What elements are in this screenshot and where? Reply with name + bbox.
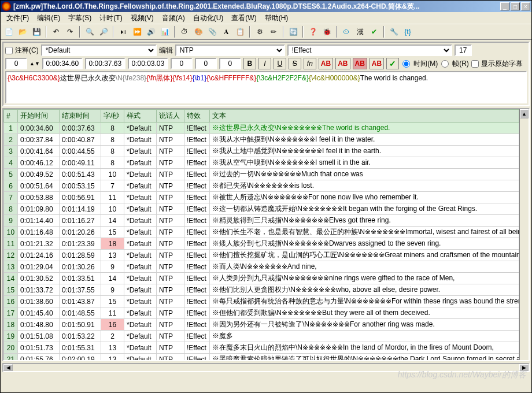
table-row[interactable]: 20:00:37.840:00:40.878*DefaultNTP!Effect… [4,134,519,146]
help-icon[interactable]: ❓ [307,26,319,38]
timer-icon[interactable]: ⏲ [341,26,352,38]
menu-auto[interactable]: 自动化(U) [190,12,227,24]
color1-button[interactable]: AB [319,58,333,69]
menu-file[interactable]: 文件(F) [3,12,32,24]
color3-button[interactable]: AB [353,58,367,69]
jump-icon[interactable]: ⏩ [131,26,143,38]
start-time-input[interactable] [42,58,83,69]
bold-button[interactable]: B [243,58,256,69]
table-row[interactable]: 30:00:41.640:00:44.558*DefaultNTP!Effect… [4,146,519,157]
end-time-input[interactable] [85,58,125,69]
col-style[interactable]: 样式 [124,110,157,123]
cycle-icon[interactable]: 🔄 [287,26,299,38]
maximize-button[interactable]: □ [511,2,520,10]
margin-l-input[interactable] [171,58,193,69]
margin-v-input[interactable] [219,58,241,69]
tag-icon[interactable]: {t} [402,26,413,38]
automation-icon[interactable]: ⚙ [254,26,265,38]
actor-select[interactable]: NTP [175,45,285,56]
new-icon[interactable]: 📄 [3,26,14,38]
table-row[interactable]: 90:01:14.400:01:16.2714*DefaultNTP!Effec… [4,215,519,227]
table-row[interactable]: 40:00:46.120:00:49.118*DefaultNTP!Effect… [4,157,519,169]
col-end[interactable]: 结束时间 [60,110,101,123]
table-row[interactable]: 150:01:33.720:01:37.559*DefaultNTP!Effec… [4,284,519,296]
cell-effect: !Effect [184,354,210,361]
cell-num: 3 [4,146,18,157]
col-text[interactable]: 文本 [210,110,519,123]
table-row[interactable]: 130:01:29.040:01:30.269*DefaultNTP!Effec… [4,261,519,273]
duration-input[interactable] [128,58,168,69]
table-row[interactable]: 180:01:48.800:01:50.9116*DefaultNTP!Effe… [4,319,519,331]
horizontal-scrollbar[interactable]: ◀ ▶ [2,363,530,372]
font-icon[interactable]: 𝐀 [220,26,232,38]
video-icon[interactable]: ⏯ [117,26,129,38]
search-icon[interactable]: 🔍 [84,26,95,38]
menu-subs[interactable]: 字幕(S) [65,12,95,24]
kanji-icon[interactable]: 漢 [354,26,366,38]
italic-button[interactable]: I [258,58,271,69]
table-row[interactable]: 120:01:24.160:01:28.5913*DefaultNTP!Effe… [4,250,519,261]
shift-icon[interactable]: ⏱ [179,26,190,38]
scroll-left-icon[interactable]: ◀ [3,364,13,371]
wrench-icon[interactable]: 🔧 [388,26,400,38]
table-row[interactable]: 80:01:09.800:01:14.1910*DefaultNTP!Effec… [4,203,519,215]
menu-help[interactable]: 帮助(H) [261,12,292,24]
undo-icon[interactable]: ↶ [50,26,62,38]
time-radio[interactable] [402,60,410,68]
table-row[interactable]: 70:00:53.880:00:56.9111*DefaultNTP!Effec… [4,192,519,203]
zoom-icon[interactable]: 🔊 [145,26,157,38]
attach-icon[interactable]: 📎 [206,26,218,38]
commit-button[interactable]: ✓ [386,58,399,69]
effect-select[interactable]: !Effect [287,45,452,56]
table-row[interactable]: 60:00:51.640:00:53.157*DefaultNTP!Effect… [4,180,519,192]
table-row[interactable]: 10:00:34.600:00:37.638*DefaultNTP!Effect… [4,123,519,134]
scroll-up-icon[interactable]: ▲ [520,109,529,118]
col-start[interactable]: 开始时间 [18,110,60,123]
open-icon[interactable]: 📂 [17,26,28,38]
col-cps[interactable]: 字/秒 [101,110,124,123]
menu-video[interactable]: 视频(V) [127,12,157,24]
layer-input[interactable] [5,58,27,69]
font-button[interactable]: fn [304,58,316,69]
style-select[interactable]: *Default [41,45,157,56]
col-effect[interactable]: 特效 [184,110,210,123]
show-orig-checkbox[interactable] [471,60,479,68]
table-row[interactable]: 170:01:45.400:01:48.5511*DefaultNTP!Effe… [4,307,519,319]
save-icon[interactable]: 💾 [31,26,42,38]
comment-checkbox[interactable] [5,47,13,54]
table-row[interactable]: 210:01:55.760:02:00.1913*DefaultNTP!Effe… [4,354,519,361]
table-row[interactable]: 160:01:38.600:01:43.8715*DefaultNTP!Effe… [4,296,519,307]
col-actor[interactable]: 说话人 [157,110,184,123]
table-row[interactable]: 50:00:49.520:00:51.4310*DefaultNTP!Effec… [4,169,519,180]
style-icon[interactable]: 🎨 [193,26,204,38]
menu-view[interactable]: 查看(W) [228,12,260,24]
margin-r-input[interactable] [195,58,217,69]
col-num[interactable]: # [4,110,18,123]
cell-cps: 9 [101,261,124,273]
underline-button[interactable]: U [274,58,286,69]
assdraw-icon[interactable]: ✏ [268,26,279,38]
scroll-right-icon[interactable]: ▶ [519,364,529,371]
strike-button[interactable]: S [289,58,301,69]
check-icon[interactable]: ✔ [368,26,380,38]
replace-icon[interactable]: 🔎 [98,26,109,38]
color2-button[interactable]: AB [335,58,350,69]
table-row[interactable]: 100:01:16.480:01:20.2615*DefaultNTP!Effe… [4,227,519,238]
table-row[interactable]: 190:01:51.080:01:53.222*DefaultNTP!Effec… [4,331,519,342]
redo-icon[interactable]: ↷ [64,26,76,38]
close-button[interactable]: × [521,2,530,10]
table-row[interactable]: 140:01:30.520:01:33.5114*DefaultNTP!Effe… [4,273,519,284]
spectrum-icon[interactable]: 📊 [159,26,171,38]
menu-edit[interactable]: 编辑(E) [34,12,64,24]
table-row[interactable]: 200:01:51.730:01:55.3113*DefaultNTP!Effe… [4,342,519,354]
subtitle-edit-textbox[interactable]: {\3c&H6C3300&}这世界已永久改变\N{\fe238}{\fn黑体}{… [5,71,527,103]
vertical-scrollbar[interactable]: ▲ [519,109,529,360]
minimize-button[interactable]: _ [500,2,509,10]
menu-timing[interactable]: 计时(T) [96,12,125,24]
menu-audio[interactable]: 音频(A) [158,12,189,24]
frame-radio[interactable] [441,60,449,68]
table-row[interactable]: 110:01:21.320:01:23.3918*DefaultNTP!Effe… [4,238,519,250]
props-icon[interactable]: 📋 [234,26,246,38]
bug-icon[interactable]: 🐞 [321,26,332,38]
color4-button[interactable]: AB [370,58,384,69]
